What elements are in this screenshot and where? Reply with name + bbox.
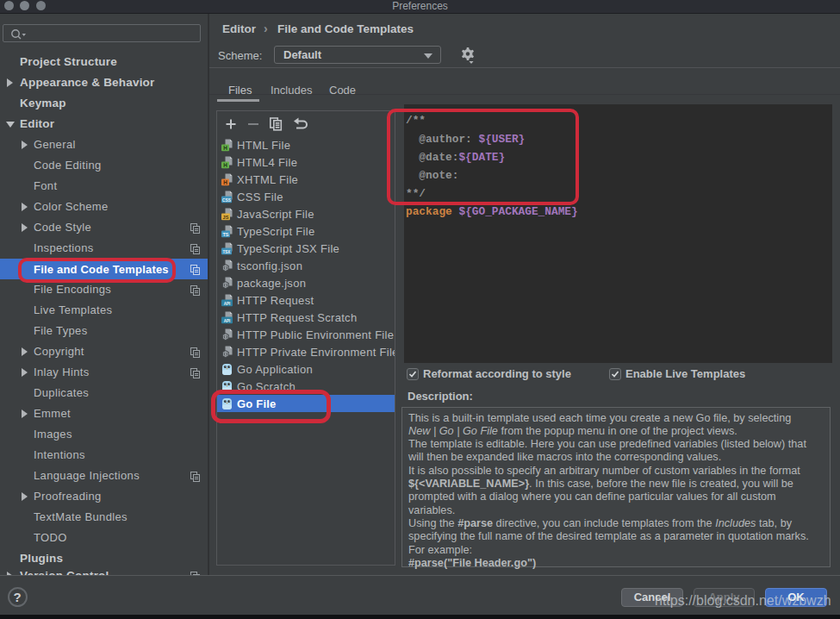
svg-text:CSS: CSS [222, 198, 232, 203]
svg-text:TSX: TSX [223, 250, 231, 254]
svg-text:JS: JS [223, 215, 229, 220]
svg-text:API: API [224, 319, 231, 323]
svg-text:H: H [223, 145, 227, 151]
svg-text:API: API [224, 302, 231, 306]
svg-text:TS: TS [222, 232, 228, 237]
svg-text:H: H [223, 179, 227, 185]
svg-text:H: H [223, 162, 227, 168]
